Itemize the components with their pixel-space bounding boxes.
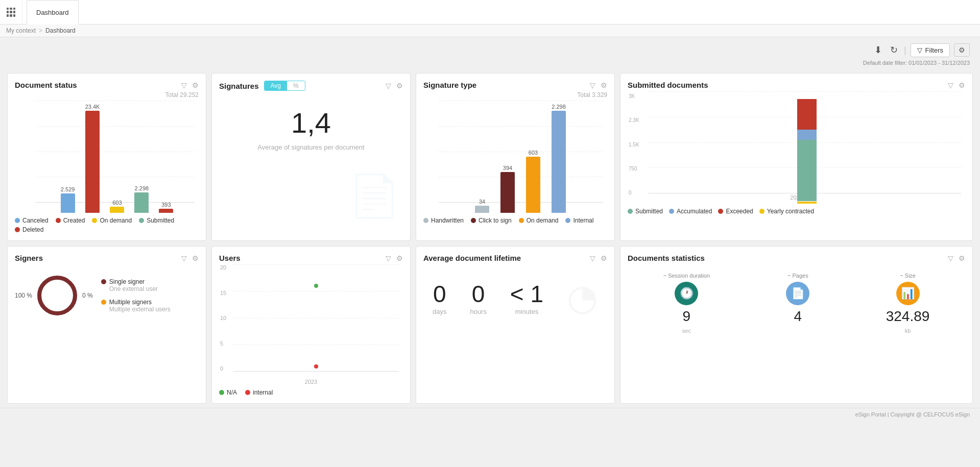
lifetime-pie-icon: ◔	[567, 277, 598, 318]
signatures-filter-icon[interactable]: ▽	[386, 82, 391, 90]
signers-donut	[34, 273, 80, 318]
signatures-title: Signatures	[219, 82, 259, 90]
signers-pct-left: 100 %	[15, 292, 32, 299]
toolbar-separator: |	[904, 45, 906, 56]
sigtype-bar-internal: 2.298	[552, 104, 566, 213]
stat-pages: ~ Pages 📄 4	[786, 273, 809, 334]
svg-point-1	[39, 278, 75, 313]
users-chart: 20 15 10 5 0 2023	[219, 264, 403, 387]
submitted-docs-chart: 3K 2.3K 1.5K 750 0 2023	[628, 91, 965, 204]
signers-pct-right: 0 %	[82, 292, 93, 299]
svg-point-3	[314, 364, 318, 368]
documents-statistics-card: Documents statistics ▽ ⚙ ~ Session durat…	[620, 246, 973, 404]
document-status-title: Document status	[15, 81, 77, 89]
signature-type-chart: 34 394 603 2.298	[423, 101, 607, 213]
bar-deleted: 393	[159, 202, 173, 213]
signature-type-title: Signature type	[423, 81, 476, 89]
submitted-documents-card: Submitted documents ▽ ⚙ 3K 2.3K 1.5K 750…	[620, 73, 973, 241]
bar-submitted: 2.298	[134, 185, 149, 213]
breadcrumb: My context > Dashboard	[0, 24, 980, 37]
signers-content: 100 % 0 % Single signer One external use…	[15, 273, 199, 318]
signature-type-filter-icon[interactable]: ▽	[590, 81, 595, 89]
svg-point-2	[314, 284, 318, 288]
signature-type-total: Total 3.329	[423, 91, 607, 99]
docs-stats-content: ~ Session duration 🕐 9 sec ~ Pages 📄 4 ~…	[628, 273, 965, 334]
signers-card: Signers ▽ ⚙ 100 % 0 % Single si	[7, 246, 206, 404]
document-status-settings-icon[interactable]: ⚙	[192, 81, 199, 89]
avg-lifetime-title: Average document lifetime	[423, 254, 521, 262]
signers-filter-icon[interactable]: ▽	[181, 254, 187, 262]
filters-button[interactable]: ▽ Filters	[911, 43, 950, 57]
tab-dashboard[interactable]: Dashboard	[27, 0, 79, 24]
docs-stats-settings-icon[interactable]: ⚙	[959, 254, 965, 262]
signatures-subtitle: Average of signatures per document	[219, 143, 403, 151]
stat-size: ~ Size 📊 324.89 kb	[886, 273, 930, 334]
avg-lifetime-card: Average document lifetime ▽ ⚙ 0 days 0 h…	[416, 246, 615, 404]
toolbar: ⬇ ↻ | ▽ Filters ⚙	[0, 37, 980, 59]
lifetime-minutes: < 1 minutes	[510, 280, 543, 315]
avg-lifetime-settings-icon[interactable]: ⚙	[601, 254, 607, 262]
date-filter-label: Default date filter: 01/01/2023 - 31/12/…	[0, 59, 980, 69]
toggle-avg-button[interactable]: Avg	[265, 81, 287, 90]
grid-menu-icon[interactable]	[0, 0, 22, 24]
submitted-stacked-bar	[797, 99, 817, 204]
document-status-total: Total 29.252	[15, 91, 199, 99]
signers-legend: Single signer One external user Multiple…	[101, 278, 171, 313]
submitted-docs-legend: Submitted Accumulated Exceeded Yearly co…	[628, 208, 965, 215]
refresh-button[interactable]: ↻	[888, 42, 900, 58]
users-title: Users	[219, 254, 241, 262]
signature-type-settings-icon[interactable]: ⚙	[601, 81, 607, 89]
users-card: Users ▽ ⚙ 20 15 10 5 0	[211, 246, 411, 404]
signers-settings-icon[interactable]: ⚙	[192, 254, 199, 262]
lifetime-hours: 0 hours	[470, 280, 487, 315]
size-icon: 📊	[896, 282, 920, 305]
top-bar: Dashboard	[0, 0, 980, 24]
stat-session: ~ Session duration 🕐 9 sec	[663, 273, 710, 334]
sigtype-bar-click: 394	[500, 165, 515, 213]
lifetime-days: 0 days	[433, 280, 446, 315]
signature-type-legend: Handwritten Click to sign On demand Inte…	[423, 217, 607, 224]
signature-doc-icon: 📄	[349, 172, 400, 220]
signatures-card: Signatures Avg % ▽ ⚙ 1,4 Average of sign…	[211, 73, 411, 241]
bar-created: 23.4K	[85, 104, 100, 213]
sigtype-bar-handwritten: 34	[475, 199, 489, 213]
submitted-docs-title: Submitted documents	[628, 81, 708, 89]
toggle-pct-button[interactable]: %	[287, 81, 305, 90]
filter-funnel-icon: ▽	[917, 46, 922, 54]
submitted-settings-icon[interactable]: ⚙	[959, 81, 965, 89]
dashboard-grid: Document status ▽ ⚙ Total 29.252 2.529	[0, 69, 980, 408]
sigtype-bar-ondemand: 603	[526, 150, 540, 213]
document-status-legend: Canceled Created On demand Submitted Del…	[15, 217, 199, 233]
users-line-svg	[233, 264, 399, 372]
document-status-chart: 2.529 23.4K 603 2.298 393	[15, 101, 199, 213]
avg-lifetime-content: 0 days 0 hours < 1 minutes ◔	[423, 277, 607, 318]
document-status-filter-icon[interactable]: ▽	[181, 81, 187, 89]
session-icon: 🕐	[675, 282, 698, 305]
signatures-big-number: 1,4	[219, 106, 403, 139]
footer: eSign Portal | Copyright @ CELFOCUS eSig…	[0, 408, 980, 421]
download-button[interactable]: ⬇	[872, 42, 884, 58]
bar-on-demand: 603	[110, 200, 124, 213]
signers-title: Signers	[15, 254, 43, 262]
filter-settings-button[interactable]: ⚙	[954, 43, 970, 57]
docs-stats-filter-icon[interactable]: ▽	[948, 254, 953, 262]
document-status-card: Document status ▽ ⚙ Total 29.252 2.529	[7, 73, 206, 241]
pages-icon: 📄	[786, 282, 809, 305]
users-settings-icon[interactable]: ⚙	[396, 254, 403, 262]
signer-multiple: Multiple signers Multiple external users	[101, 299, 171, 313]
users-filter-icon[interactable]: ▽	[386, 254, 391, 262]
users-legend: N/A internal	[219, 389, 403, 396]
bar-canceled: 2.529	[61, 186, 75, 213]
signature-type-card: Signature type ▽ ⚙ Total 3.329 34 394	[416, 73, 615, 241]
signer-single: Single signer One external user	[101, 278, 171, 292]
signatures-toggle[interactable]: Avg %	[264, 81, 305, 91]
avg-lifetime-filter-icon[interactable]: ▽	[590, 254, 595, 262]
docs-stats-title: Documents statistics	[628, 254, 705, 262]
submitted-filter-icon[interactable]: ▽	[948, 81, 953, 89]
signatures-settings-icon[interactable]: ⚙	[396, 82, 403, 90]
